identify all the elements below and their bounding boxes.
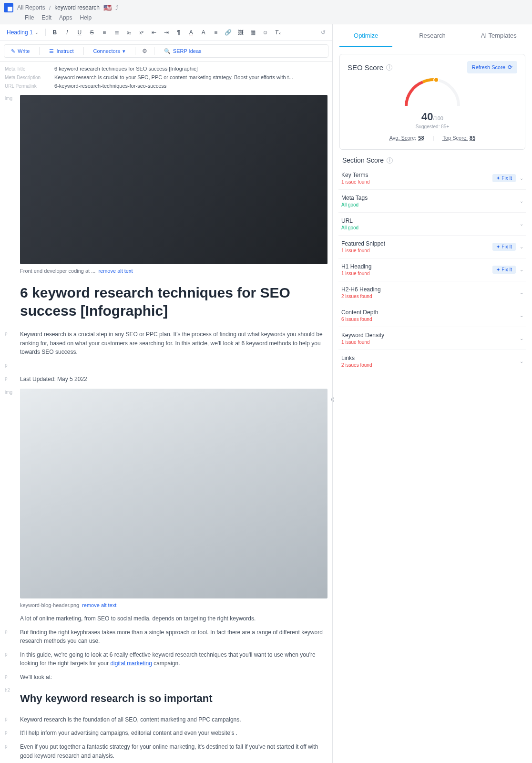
section-row[interactable]: H2-H6 Heading2 issues found⌄ [338,281,526,304]
paragraph[interactable]: We'll look at: [20,673,327,682]
section-status: All good [341,202,516,207]
gutter-tag: p [5,715,15,724]
menu-file[interactable]: File [25,14,34,21]
instruct-label: Instruct [56,48,73,54]
meta-perma-value[interactable]: 6-keyword-research-techniques-for-seo-su… [54,83,166,89]
paragraph[interactable]: Even if you put together a fantastic str… [20,742,327,760]
section-row[interactable]: Meta TagsAll good⌄ [338,190,526,213]
svg-point-0 [434,77,439,82]
paragraph[interactable]: A lot of online marketing, from SEO to s… [20,614,327,623]
unordered-list-button[interactable]: ≣ [112,27,122,38]
chevron-down-icon: ⌄ [520,359,523,364]
section-row[interactable]: H1 Heading1 issue found✦Fix It⌄ [338,258,526,281]
doc-h1[interactable]: 6 keyword research techniques for SEO su… [20,284,327,320]
link-button[interactable]: 🔗 [223,27,234,38]
paragraph-updated[interactable]: Last Updated: May 5 2022 [20,375,327,384]
fix-it-label: Fix It [501,267,512,272]
section-row[interactable]: Key Terms1 issue found✦Fix It⌄ [338,167,526,190]
text-color-button[interactable]: A [186,27,196,38]
gutter-tag: p [5,729,15,738]
share-icon[interactable]: ⤴ [115,4,119,11]
app-logo[interactable] [4,3,13,12]
content-image-1[interactable] [20,95,327,264]
sparkle-icon: ✦ [496,244,500,249]
menu-edit[interactable]: Edit [41,14,51,21]
heading-select[interactable]: Heading 1 ⌄ [4,28,41,37]
top-score-value: 85 [470,135,475,141]
chevron-down-icon: ⌄ [520,244,523,249]
meta-title-value[interactable]: 6 keyword research techniques for SEO su… [54,66,198,72]
paragraph[interactable]: Keyword research is a crucial step in an… [20,330,327,357]
section-row[interactable]: URLAll good⌄ [338,213,526,236]
section-status: All good [341,225,516,230]
connectors-label: Connectors [93,48,120,54]
content-image-2[interactable] [20,389,327,598]
section-row[interactable]: Links2 issues found⌄ [338,350,526,372]
align-button[interactable]: ≡ [211,27,221,38]
doc-h2[interactable]: Why keyword research is so important [20,691,327,707]
paragraph-empty[interactable] [20,361,327,371]
meta-desc-value[interactable]: Keyword research is crucial to your SEO,… [54,74,293,80]
split-handle[interactable]: ⟨⟩ [330,394,336,405]
paragraph[interactable]: It'll help inform your advertising campa… [20,729,327,738]
section-name: Meta Tags [341,195,516,201]
subscript-button[interactable]: x₂ [124,27,134,38]
paragraph-button[interactable]: ¶ [174,27,184,38]
seo-score-title: SEO Score [348,63,383,72]
paragraph[interactable]: In this guide, we're going to look at 6 … [20,650,327,668]
paragraph[interactable]: Keyword research is the foundation of al… [20,715,327,724]
section-row[interactable]: Keyword Density1 issue found⌄ [338,327,526,350]
remove-alt-text-2[interactable]: remove alt text [82,601,116,609]
breadcrumb-sep: / [49,4,51,11]
info-icon[interactable]: i [387,157,393,164]
menu-help[interactable]: Help [80,14,92,21]
serp-ideas-button[interactable]: 🔍SERP Ideas [159,46,206,56]
tab-optimize[interactable]: Optimize [333,24,399,47]
image-button[interactable]: 🖼 [235,27,246,38]
gutter-tag: h2 [5,687,15,711]
breadcrumb-all[interactable]: All Reports [17,4,45,11]
sparkle-icon: ✦ [496,267,500,272]
menu-apps[interactable]: Apps [59,14,72,21]
tab-research[interactable]: Research [399,24,465,47]
fix-it-button[interactable]: ✦Fix It [492,174,516,182]
clear-format-button[interactable]: Tₓ [273,27,283,38]
outdent-button[interactable]: ⇤ [149,27,159,38]
remove-alt-text-1[interactable]: remove alt text [98,267,133,275]
locale-flag[interactable]: 🇺🇸 [103,4,112,11]
chevron-down-icon: ⌄ [520,267,523,272]
strike-button[interactable]: S [87,27,97,38]
ordered-list-button[interactable]: ≡ [99,27,110,38]
write-button[interactable]: ✎Write [6,46,34,56]
connectors-button[interactable]: Connectors▾ [89,46,130,56]
table-button[interactable]: ▦ [248,27,258,38]
refresh-score-button[interactable]: Refresh Score ⟳ [467,61,517,73]
superscript-button[interactable]: x² [136,27,147,38]
instruct-button[interactable]: ☰Instruct [44,46,78,56]
seo-gauge [399,77,466,111]
indent-button[interactable]: ⇥ [161,27,172,38]
section-name: Links [341,355,516,361]
gutter-tag: img [5,389,15,609]
italic-button[interactable]: I [62,27,72,38]
section-row[interactable]: Content Depth6 issues found⌄ [338,304,526,327]
info-icon[interactable]: i [386,64,392,71]
seo-score-max: /100 [433,115,443,121]
section-score-title: Section Score [342,156,384,164]
gear-icon[interactable]: ⚙ [140,48,149,54]
tab-ai[interactable]: AI Templates [466,24,532,47]
digital-marketing-link[interactable]: digital marketing [110,660,152,667]
meta-perma-label: URL Permalink [5,83,49,89]
emoji-button[interactable]: ☺ [260,27,271,38]
section-name: Key Terms [341,172,489,178]
fix-it-button[interactable]: ✦Fix It [492,266,516,274]
history-icon[interactable]: ↺ [318,27,328,38]
section-row[interactable]: Featured Snippet1 issue found✦Fix It⌄ [338,236,526,258]
bold-button[interactable]: B [50,27,60,38]
underline-button[interactable]: U [74,27,85,38]
paragraph[interactable]: But finding the right keyphrases takes m… [20,628,327,646]
fix-it-button[interactable]: ✦Fix It [492,243,516,251]
highlight-button[interactable]: A [198,27,209,38]
gutter-tag: p [5,361,15,371]
section-status: 1 issue found [341,248,489,253]
